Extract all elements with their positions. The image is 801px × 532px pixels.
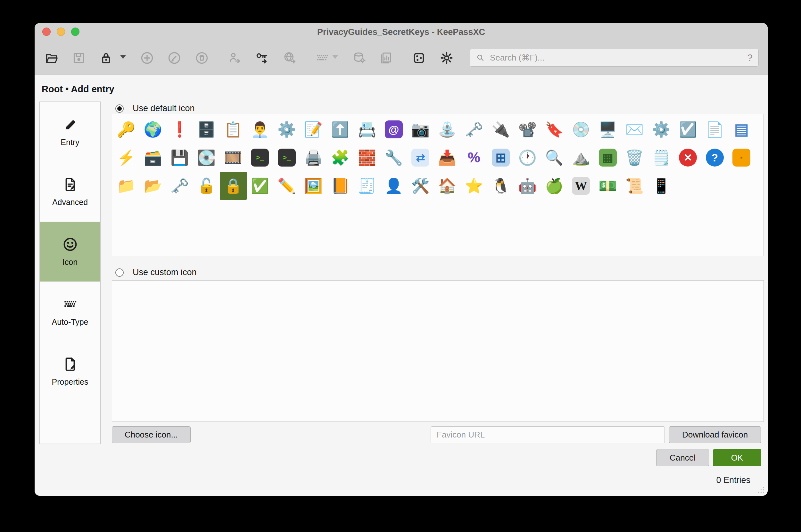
- lectern-user-icon[interactable]: 👤: [380, 172, 407, 200]
- save-database-button[interactable]: [70, 49, 88, 66]
- sticky-notes-icon[interactable]: 🗒️: [648, 144, 675, 172]
- tools-icon[interactable]: 🛠️: [407, 172, 434, 200]
- question-circle-icon[interactable]: ?: [701, 144, 728, 172]
- sidebar-item-properties[interactable]: Properties: [40, 341, 100, 401]
- brick-wall-icon[interactable]: 🧱: [354, 144, 380, 172]
- use-default-icon-radio[interactable]: [115, 104, 124, 113]
- lock-database-caret-icon[interactable]: [120, 55, 126, 59]
- node-blocks-icon[interactable]: 🧩: [327, 144, 354, 172]
- copy-password-button[interactable]: [254, 49, 271, 66]
- check-circle-icon[interactable]: ✅: [247, 172, 274, 200]
- gear-icon[interactable]: ⚙️: [648, 115, 675, 144]
- safe-icon[interactable]: 🗃️: [140, 144, 167, 172]
- terminal-icon[interactable]: >_: [273, 144, 300, 172]
- cancel-button[interactable]: Cancel: [656, 449, 709, 466]
- arrow-up-icon[interactable]: ⬆️: [327, 115, 354, 144]
- sidebar-item-icon[interactable]: Icon: [40, 222, 100, 282]
- globe-icon[interactable]: 🌍: [140, 115, 167, 144]
- clock-icon[interactable]: 🕐: [514, 144, 541, 172]
- download-favicon-button[interactable]: Download favicon: [669, 426, 761, 443]
- ok-button[interactable]: OK: [713, 449, 761, 466]
- folder-open-icon[interactable]: 📂: [140, 172, 167, 200]
- cd-disc-icon[interactable]: 💿: [568, 115, 595, 144]
- blank-page-icon[interactable]: 📄: [701, 115, 728, 144]
- delete-entry-button[interactable]: [193, 49, 210, 66]
- projector-icon[interactable]: 📽️: [514, 115, 541, 144]
- sidebar-item-advanced[interactable]: Advanced: [40, 162, 100, 222]
- businessman-icon[interactable]: 👨‍💼: [247, 115, 274, 144]
- server-shield-icon[interactable]: 🗄️: [193, 115, 220, 144]
- search-input[interactable]: [489, 53, 747, 63]
- percent-icon[interactable]: %: [461, 144, 488, 172]
- folder-icon[interactable]: 📁: [113, 172, 140, 200]
- chip-icon[interactable]: ▦: [594, 144, 621, 172]
- wikipedia-icon[interactable]: W: [568, 172, 595, 200]
- favicon-url-input[interactable]: [431, 426, 665, 443]
- mobile-phones-icon[interactable]: 📱: [648, 172, 675, 200]
- contact-book-icon[interactable]: 📙: [327, 172, 354, 200]
- envelope-icon[interactable]: ✉️: [621, 115, 648, 144]
- network-drive-icon[interactable]: 💽: [193, 144, 220, 172]
- password-generator-button[interactable]: [410, 49, 427, 66]
- android-icon[interactable]: 🤖: [514, 172, 541, 200]
- picture-document-icon[interactable]: 🖼️: [300, 172, 327, 200]
- sidebar-item-entry[interactable]: Entry: [40, 102, 100, 162]
- reports-button[interactable]: [377, 49, 395, 66]
- cancel-circle-icon[interactable]: ✕: [675, 144, 702, 172]
- film-reel-icon[interactable]: 🎞️: [220, 144, 247, 172]
- orange-box-icon[interactable]: ▪: [728, 144, 755, 172]
- magnifier-icon[interactable]: 🔍: [541, 144, 568, 172]
- copy-username-button[interactable]: [226, 49, 243, 66]
- contact-card-icon[interactable]: 📇: [354, 115, 380, 144]
- sidebar-item-auto-type[interactable]: Auto-Type: [40, 282, 100, 341]
- copy-url-button[interactable]: [281, 49, 298, 66]
- use-custom-icon-radio[interactable]: [115, 268, 124, 277]
- at-sign-icon[interactable]: @: [380, 115, 407, 144]
- custom-icon-list[interactable]: [112, 280, 764, 422]
- warning-icon[interactable]: ❗: [166, 115, 193, 144]
- home-icon[interactable]: 🏠: [434, 172, 461, 200]
- money-icon[interactable]: 💵: [594, 172, 621, 200]
- bookmark-icon[interactable]: 🔖: [541, 115, 568, 144]
- camera-icon[interactable]: 📷: [407, 115, 434, 144]
- fountain-icon[interactable]: ⛲: [434, 115, 461, 144]
- search-bar[interactable]: ?: [470, 49, 759, 66]
- lock-open-icon[interactable]: 🔓: [193, 172, 220, 200]
- notepad-edit-icon[interactable]: 📝: [300, 115, 327, 144]
- spreadsheet-icon[interactable]: 🧾: [354, 172, 380, 200]
- open-database-button[interactable]: [43, 49, 60, 66]
- plug-icon[interactable]: 🔌: [487, 115, 514, 144]
- perform-autotype-button[interactable]: [314, 49, 331, 66]
- clipboard-icon[interactable]: 📋: [220, 115, 247, 144]
- help-icon[interactable]: ?: [747, 52, 752, 63]
- floppy-disk-icon[interactable]: 💾: [166, 144, 193, 172]
- apple-icon[interactable]: 🍏: [541, 172, 568, 200]
- use-custom-icon-option[interactable]: Use custom icon: [115, 267, 197, 278]
- remote-desktop-icon[interactable]: ⇄: [407, 144, 434, 172]
- windows-monitor-icon[interactable]: ⊞: [487, 144, 514, 172]
- folder-download-icon[interactable]: 📥: [434, 144, 461, 172]
- printer-icon[interactable]: 🖨️: [300, 144, 327, 172]
- window-layout-icon[interactable]: ▤: [728, 115, 755, 144]
- clipboard-check-icon[interactable]: ☑️: [675, 115, 702, 144]
- lock-database-button[interactable]: [97, 49, 115, 66]
- terminal-key-icon[interactable]: >_: [247, 144, 274, 172]
- linux-penguin-icon[interactable]: 🐧: [487, 172, 514, 200]
- server-key-icon[interactable]: 🗝️: [166, 172, 193, 200]
- settings-button[interactable]: [438, 49, 455, 66]
- trash-bin-icon[interactable]: 🗑️: [621, 144, 648, 172]
- add-entry-button[interactable]: [138, 49, 156, 66]
- resize-grip[interactable]: [756, 484, 765, 494]
- pencil-icon[interactable]: ✏️: [273, 172, 300, 200]
- wrench-icon[interactable]: 🔧: [380, 144, 407, 172]
- monitor-icon[interactable]: 🖥️: [594, 115, 621, 144]
- edit-entry-button[interactable]: [166, 49, 183, 66]
- mountains-icon[interactable]: ⛰️: [568, 144, 595, 172]
- database-settings-button[interactable]: [351, 49, 368, 66]
- keychain-icon[interactable]: 🗝️: [461, 115, 488, 144]
- key-icon[interactable]: 🔑: [113, 115, 140, 144]
- perform-autotype-caret-icon[interactable]: [332, 55, 338, 59]
- use-default-icon-option[interactable]: Use default icon: [115, 103, 195, 113]
- choose-icon-button[interactable]: Choose icon...: [112, 426, 191, 443]
- gears-icon[interactable]: ⚙️: [273, 115, 300, 144]
